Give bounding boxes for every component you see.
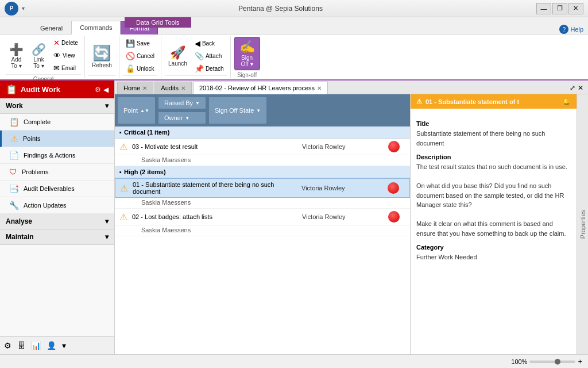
main-area: 📋 Audit Work ⚙ ◀ Work ▾ 📋 Complete ⚠ Poi… <box>0 80 588 354</box>
row-warning-icon: ⚠ <box>120 183 128 194</box>
help-button[interactable]: ? Help <box>559 25 583 34</box>
cancel-button[interactable]: 🚫Cancel <box>123 50 157 62</box>
detail-warning-icon: ⚠ <box>416 98 422 105</box>
app-title: Pentana @ Sepia Solutions <box>238 5 323 13</box>
data-grid: ▪ Critical (1 item) ⚠ 03 - Motivate test… <box>115 126 410 354</box>
maximize-button[interactable]: ❐ <box>552 3 567 14</box>
close-button[interactable]: ✕ <box>568 3 583 14</box>
deliverables-icon: 📑 <box>9 184 19 193</box>
ribbon: ➕ Add To ▾ 🔗 Link To ▾ ✕Delete 👁View ✉Em… <box>0 34 588 80</box>
app-logo: P <box>5 2 18 16</box>
title-bar-chevron[interactable]: ▾ <box>22 5 25 12</box>
tab-review[interactable]: 2018-02 - Review of HR Leavers process ✕ <box>193 82 328 94</box>
sidebar-section-maintain[interactable]: Maintain ▾ <box>0 229 114 245</box>
tab-home[interactable]: Home ✕ <box>117 82 153 94</box>
section-maintain-arrow-icon: ▾ <box>105 233 109 241</box>
table-row[interactable]: ⚠ 03 - Motivate test result Victoria Row… <box>115 139 410 155</box>
sidebar-item-findings-actions[interactable]: 📄 Findings & Actions <box>0 147 114 164</box>
complete-icon: 📋 <box>9 117 19 126</box>
row-warning-icon: ⚠ <box>119 141 127 152</box>
sidebar-section-analyse[interactable]: Analyse ▾ <box>0 214 114 229</box>
sidebar-item-points[interactable]: ⚠ Points <box>0 131 114 147</box>
description-label: Description <box>416 154 571 160</box>
tab-bar: Home ✕ Audits ✕ 2018-02 - Review of HR L… <box>115 80 588 94</box>
group-critical[interactable]: ▪ Critical (1 item) <box>115 126 410 139</box>
grid-area: Point ▲▼ Raised By ▼ Owner ▼ <box>115 94 588 354</box>
zoom-thumb[interactable] <box>555 359 560 365</box>
status-bar: 100% + <box>0 354 588 368</box>
grid-main: Point ▲▼ Raised By ▼ Owner ▼ <box>115 94 410 354</box>
status-icon <box>388 211 400 223</box>
category-label: Category <box>416 244 571 251</box>
view-button[interactable]: 👁View <box>51 49 81 62</box>
group-high[interactable]: ▪ High (2 items) <box>115 166 410 178</box>
ribbon-group-save: 💾Save 🚫Cancel 🔓Unlock <box>119 36 161 78</box>
footer-user-button[interactable]: 👤 <box>45 339 58 352</box>
filter-raised-by[interactable]: Raised By ▼ <box>158 97 206 109</box>
minimize-button[interactable]: — <box>536 3 551 14</box>
detail-panel-title: 01 - Substantiate statement of t <box>425 98 519 105</box>
tab-home-close[interactable]: ✕ <box>142 85 147 91</box>
footer-db-button[interactable]: 🗄 <box>16 339 27 352</box>
zoom-slider[interactable] <box>529 361 575 363</box>
sub-row: Saskia Maessens <box>115 155 410 166</box>
filter-sign-off-state[interactable]: Sign Off State ▼ <box>208 97 267 124</box>
tab-audits-close[interactable]: ✕ <box>181 85 185 91</box>
group-high-expand-icon: ▪ <box>119 168 122 175</box>
sidebar-item-problems[interactable]: 🛡 Problems <box>0 164 114 181</box>
group-expand-icon: ▪ <box>119 129 122 136</box>
sidebar-section-work[interactable]: Work ▾ <box>0 98 114 114</box>
zoom-in-icon[interactable]: + <box>578 357 582 366</box>
ribbon-group-signoff: ✍ Sign Off ▾ Sign-off <box>231 36 264 78</box>
category-value: Further Work Needed <box>416 252 571 262</box>
sidebar-item-audit-deliverables[interactable]: 📑 Audit Deliverables <box>0 181 114 197</box>
ribbon-group-launch: 🚀 Launch ◀Back 📎Attach 📌Detach <box>161 36 231 78</box>
title-value: Substantiate statement of there being no… <box>416 129 571 148</box>
close-content-icon[interactable]: ✕ <box>578 84 583 92</box>
sidebar-collapse-icon[interactable]: ◀ <box>103 86 109 94</box>
sidebar-settings-icon[interactable]: ⚙ <box>95 86 101 94</box>
detach-button[interactable]: 📌Detach <box>192 63 227 75</box>
delete-button[interactable]: ✕Delete <box>51 37 81 49</box>
filter-point[interactable]: Point ▲▼ <box>117 97 156 124</box>
attach-button[interactable]: 📎Attach <box>192 50 227 62</box>
sign-off-button[interactable]: ✍ Sign Off ▾ <box>234 37 260 70</box>
back-button[interactable]: ◀Back <box>192 37 227 49</box>
sidebar-header: 📋 Audit Work ⚙ ◀ <box>0 80 114 98</box>
section-analyse-arrow-icon: ▾ <box>105 217 109 225</box>
sidebar-item-complete[interactable]: 📋 Complete <box>0 114 114 131</box>
action-updates-icon: 🔧 <box>9 201 19 210</box>
refresh-button[interactable]: 🔄 Refresh <box>88 42 115 71</box>
footer-chart-button[interactable]: 📊 <box>29 339 42 352</box>
filter-owner[interactable]: Owner ▼ <box>158 112 206 124</box>
tab-audits[interactable]: Audits ✕ <box>154 82 192 94</box>
properties-tab[interactable]: Properties <box>577 94 588 354</box>
tab-general[interactable]: General <box>32 21 71 34</box>
save-button[interactable]: 💾Save <box>123 37 157 49</box>
expand-icon[interactable]: ⤢ <box>570 84 575 92</box>
link-to-button[interactable]: 🔗 Link To ▾ <box>28 40 49 71</box>
footer-more-button[interactable]: ▾ <box>60 339 68 352</box>
tab-commands[interactable]: Commands <box>71 21 121 34</box>
tab-review-close[interactable]: ✕ <box>317 85 322 91</box>
zoom-control[interactable]: 100% + <box>511 357 582 366</box>
detail-panel-scroll[interactable]: Title Substantiate statement of there be… <box>411 109 577 354</box>
unlock-button[interactable]: 🔓Unlock <box>123 63 157 75</box>
sidebar-item-action-updates[interactable]: 🔧 Action Updates <box>0 197 114 214</box>
add-to-button[interactable]: ➕ Add To ▾ <box>6 40 27 71</box>
launch-button[interactable]: 🚀 Launch <box>165 43 191 69</box>
table-row[interactable]: ⚠ 01 - Substantiate statement of there b… <box>115 178 410 198</box>
ribbon-group-refresh: 🔄 Refresh <box>85 36 119 78</box>
ribbon-tabs-bar: Data Grid Tools General Commands Format … <box>0 17 588 34</box>
detail-panel-bell-icon[interactable]: 🔔 <box>563 98 571 105</box>
section-arrow-icon: ▾ <box>105 102 109 110</box>
status-icon <box>388 182 399 194</box>
footer-settings-button[interactable]: ⚙ <box>2 339 13 352</box>
table-row[interactable]: ⚠ 02 - Lost badges: attach lists Victori… <box>115 209 410 225</box>
title-label: Title <box>416 120 571 127</box>
email-button[interactable]: ✉Email <box>51 62 81 74</box>
refresh-group-label <box>88 75 115 77</box>
data-grid-tools-label: Data Grid Tools <box>125 17 191 28</box>
points-icon: ⚠ <box>11 134 18 143</box>
description-value: The test result states that no such docu… <box>416 162 571 238</box>
